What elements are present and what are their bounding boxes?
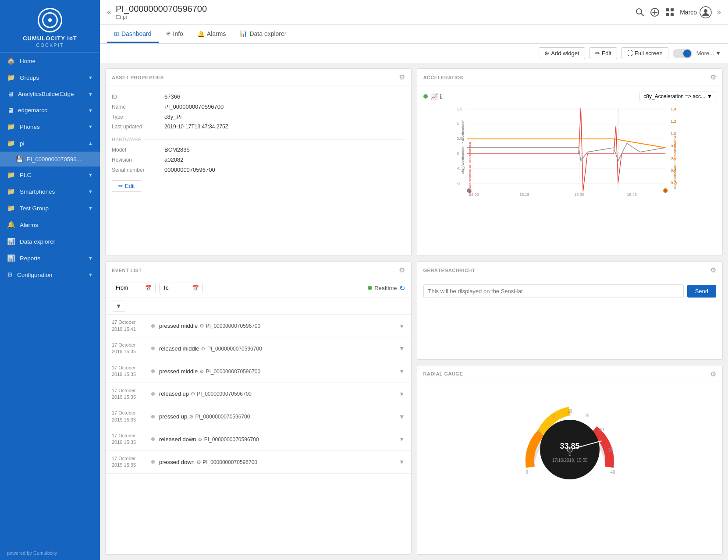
topbar-collapse-right-button[interactable]: » (717, 8, 721, 16)
logo-icon (38, 8, 62, 32)
sidebar-item-testgroup[interactable]: 📁 Test Group ▼ (0, 200, 100, 216)
sidebar-item-reports[interactable]: 📊 Reports ▼ (0, 250, 100, 266)
send-button[interactable]: Send (687, 285, 716, 298)
sidebar-item-plc[interactable]: 📁 PLC ▼ (0, 167, 100, 183)
asset-edit-button[interactable]: ✏ Edit (112, 180, 141, 192)
info-tab-icon: ✳ (166, 30, 171, 37)
asset-edit-pencil-icon: ✏ (118, 183, 123, 189)
radial-gauge-title: RADIAL GAUGE (423, 371, 463, 376)
sidebar-item-configuration[interactable]: ⚙ Configuration ▼ (0, 266, 100, 283)
tab-dashboard[interactable]: ⊞ Dashboard (107, 26, 159, 43)
event-expand-4[interactable]: ▼ (399, 413, 405, 420)
prop-lastupdated-row: Last updated 2019-10-17T13:47:34.275Z (112, 122, 405, 131)
acceleration-settings-button[interactable]: ⚙ (710, 73, 716, 82)
event-list-settings-button[interactable]: ⚙ (399, 266, 405, 274)
app-name: CUMULOCITY IoT (23, 35, 77, 42)
edit-button[interactable]: ✏ Edit (590, 47, 617, 59)
sidebar-item-dataexplorer[interactable]: 📊 Data explorer (0, 233, 100, 250)
sidebar-item-pi-device[interactable]: 💾 PI_0000000070596... (0, 152, 100, 167)
svg-point-38 (663, 188, 668, 193)
event-device-gear-icon-3: ⚙ (191, 391, 195, 397)
event-device-label-0: PI_0000000070596700 (206, 323, 260, 329)
filter-button[interactable]: ▼ (112, 301, 125, 312)
event-item-1: 17 October2019 15:35 released middle ⚙ P… (106, 337, 411, 360)
sidebar-item-groups[interactable]: 📁 Groups ▼ (0, 69, 100, 86)
sidebar-item-analytics[interactable]: 🖥 AnalyticsBuilderEdge ▼ (0, 86, 100, 102)
add-button[interactable] (650, 7, 660, 17)
event-expand-3[interactable]: ▼ (399, 390, 405, 397)
svg-text:1: 1 (457, 121, 459, 126)
event-date-3: 17 October2019 15:35 (112, 387, 147, 401)
filter-row: ▼ (106, 298, 411, 315)
plc-folder-icon: 📁 (7, 171, 15, 179)
event-expand-6[interactable]: ▼ (399, 458, 405, 465)
event-item-5: 17 October2019 15:35 released down ⚙ PI_… (106, 428, 411, 451)
reports-chart-icon: 📊 (7, 254, 15, 262)
user-menu[interactable]: Marco (680, 6, 712, 18)
message-input[interactable] (423, 284, 684, 298)
radial-gauge-settings-button[interactable]: ⚙ (710, 370, 716, 378)
geraete-content: Send (417, 278, 723, 359)
to-date-input[interactable]: To 📅 (159, 283, 203, 293)
event-dot-5 (151, 437, 155, 441)
sidebar-item-home[interactable]: 🏠 Home (0, 53, 100, 69)
user-name: Marco (680, 9, 697, 16)
search-icon (635, 7, 645, 17)
geraete-title: GERÄTENACHRICHT (423, 268, 476, 273)
svg-text:1.2: 1.2 (671, 119, 676, 124)
svg-rect-9 (671, 13, 674, 16)
asset-properties-settings-button[interactable]: ⚙ (399, 73, 405, 82)
event-dot-6 (151, 460, 155, 464)
event-expand-5[interactable]: ▼ (399, 436, 405, 443)
refresh-button[interactable]: ↻ (399, 284, 405, 292)
svg-text:15:30: 15:30 (574, 192, 584, 197)
sidebar-collapse-button[interactable]: « (107, 7, 111, 17)
event-name-5: released down ⚙ PI_0000000070596700 (159, 436, 394, 443)
geraete-settings-button[interactable]: ⚙ (710, 266, 716, 274)
asset-properties-header: ASSET PROPERTIES ⚙ (106, 69, 411, 85)
from-calendar-icon: 📅 (145, 285, 152, 291)
analytics-expand-icon: ▼ (88, 92, 93, 97)
event-expand-0[interactable]: ▼ (399, 323, 405, 330)
grid-button[interactable] (665, 7, 675, 17)
chart-series-dropdown[interactable]: c8y_Acceleration => acc... ▼ (639, 92, 716, 101)
configuration-expand-icon: ▼ (88, 272, 93, 277)
svg-text:c8y_Acceleration => accelerati: c8y_Acceleration => accelerationY (461, 120, 465, 174)
sidebar-item-pi[interactable]: 📁 pi ▲ (0, 135, 100, 152)
add-widget-plus-icon: ⊕ (544, 50, 549, 57)
home-icon: 🏠 (7, 57, 15, 65)
svg-text:c8y_Acceleration => accelerati: c8y_Acceleration => accelerationZ (673, 135, 677, 189)
search-button[interactable] (635, 7, 645, 17)
event-expand-2[interactable]: ▼ (399, 368, 405, 375)
toggle-switch[interactable] (673, 49, 692, 58)
testgroup-expand-icon: ▼ (88, 206, 93, 211)
svg-text:10: 10 (536, 429, 541, 434)
sidebar-item-phones[interactable]: 📁 Phones ▼ (0, 118, 100, 135)
sidebar-footer: powered by Cumulocity (0, 546, 100, 560)
fullscreen-button[interactable]: ⛶ Full screen (621, 47, 668, 59)
hardware-table: Model BCM2835 Revision a02082 Serial num… (112, 145, 405, 175)
sidebar-item-edgemarco[interactable]: 🖥 edgemarco ▼ (0, 102, 100, 118)
prop-model-row: Model BCM2835 (112, 145, 405, 155)
to-calendar-icon: 📅 (192, 285, 199, 291)
tab-dataexplorer[interactable]: 📊 Data explorer (233, 26, 293, 43)
event-list-header: EVENT LIST ⚙ (106, 262, 411, 278)
analytics-icon: 🖥 (7, 90, 14, 98)
toggle-knob (683, 50, 691, 57)
add-widget-button[interactable]: ⊕ Add widget (539, 47, 585, 59)
svg-text:33.85: 33.85 (560, 442, 579, 450)
geraete-widget: GERÄTENACHRICHT ⚙ Send (417, 261, 723, 359)
from-date-input[interactable]: From 📅 (112, 283, 156, 293)
sidebar-item-smartphones[interactable]: 📁 Smartphones ▼ (0, 183, 100, 200)
page-title: PI_0000000070596700 (116, 4, 207, 14)
tab-info[interactable]: ✳ Info (159, 26, 190, 43)
sidebar-item-alarms[interactable]: 🔔 Alarms (0, 216, 100, 233)
prop-serial-label: Serial number (112, 165, 164, 175)
more-button[interactable]: More... ▼ (696, 50, 721, 57)
svg-text:1.4: 1.4 (671, 107, 676, 111)
event-expand-1[interactable]: ▼ (399, 345, 405, 352)
chart-info-button[interactable]: ℹ (440, 93, 442, 100)
dashboard-toolbar: ⊕ Add widget ✏ Edit ⛶ Full screen More..… (100, 44, 728, 63)
chart-line-icon-button[interactable]: 📈 (430, 93, 438, 100)
tab-alarms[interactable]: 🔔 Alarms (190, 26, 233, 43)
